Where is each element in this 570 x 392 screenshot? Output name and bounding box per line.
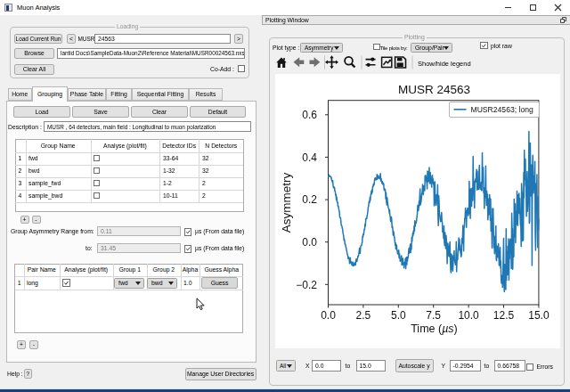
svg-text:0.0: 0.0 <box>321 309 336 322</box>
svg-text:Asymmetry: Asymmetry <box>280 173 293 233</box>
svg-text:15.0: 15.0 <box>528 309 550 322</box>
svg-text:0.2: 0.2 <box>302 193 317 206</box>
svg-text:0.0: 0.0 <box>302 236 317 249</box>
svg-text:0.6: 0.6 <box>302 109 317 121</box>
svg-text:−0.2: −0.2 <box>296 279 317 291</box>
svg-text:5.0: 5.0 <box>390 309 405 322</box>
svg-text:2.5: 2.5 <box>355 309 370 322</box>
svg-text:MUSR24563; long: MUSR24563; long <box>470 105 533 114</box>
svg-text:MUSR 24563: MUSR 24563 <box>397 83 469 96</box>
svg-text:10.0: 10.0 <box>458 309 479 322</box>
svg-text:12.5: 12.5 <box>493 309 514 322</box>
svg-text:Time (µs): Time (µs) <box>411 323 458 335</box>
svg-text:7.5: 7.5 <box>426 309 441 322</box>
svg-text:0.4: 0.4 <box>302 151 317 164</box>
